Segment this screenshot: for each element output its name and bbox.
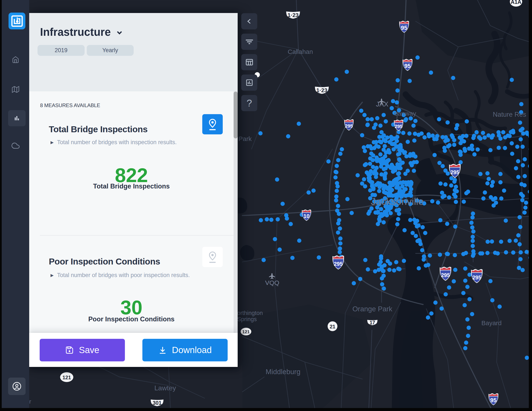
- svg-text:295: 295: [441, 272, 450, 278]
- svg-text:Nature Res: Nature Res: [493, 111, 526, 118]
- svg-text:Bayard: Bayard: [481, 320, 502, 327]
- svg-text:295: 295: [395, 124, 403, 129]
- svg-text:Middleburg: Middleburg: [266, 368, 300, 376]
- svg-text:295: 295: [472, 274, 481, 281]
- svg-text:Orange Park: Orange Park: [352, 305, 392, 313]
- svg-text:95: 95: [404, 63, 411, 69]
- svg-text:Park: Park: [238, 135, 252, 142]
- svg-text:Callahan: Callahan: [288, 48, 313, 55]
- svg-text:121: 121: [62, 374, 71, 380]
- svg-text:295: 295: [345, 123, 353, 129]
- svg-text:Jacksonville: Jacksonville: [371, 196, 424, 207]
- svg-text:95: 95: [401, 25, 407, 31]
- svg-text:1·23: 1·23: [287, 12, 299, 18]
- svg-text:VQQ: VQQ: [265, 279, 279, 286]
- svg-text:301: 301: [152, 400, 162, 406]
- svg-text:orthington: orthington: [237, 310, 263, 316]
- svg-text:A1A: A1A: [511, 0, 521, 5]
- svg-text:1·23: 1·23: [316, 87, 327, 93]
- svg-text:21: 21: [330, 324, 335, 329]
- svg-text:10: 10: [304, 213, 310, 219]
- svg-text:295: 295: [334, 261, 343, 267]
- svg-text:r: r: [29, 398, 31, 405]
- svg-text:295: 295: [450, 169, 459, 175]
- svg-text:95: 95: [490, 397, 497, 403]
- svg-text:Springs: Springs: [237, 316, 257, 322]
- svg-text:121: 121: [242, 329, 250, 334]
- svg-text:Lawtey: Lawtey: [154, 384, 176, 392]
- svg-text:17: 17: [370, 320, 375, 325]
- svg-text:eanway: eanway: [394, 110, 416, 117]
